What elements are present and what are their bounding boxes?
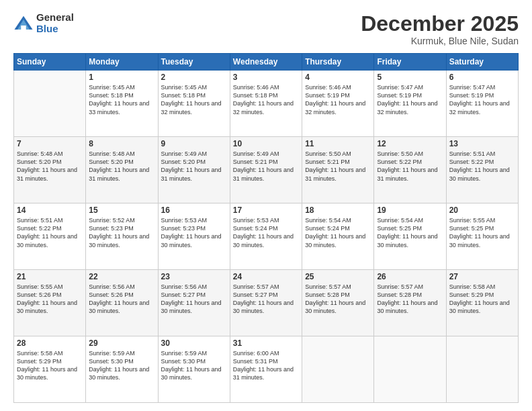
table-row: 8 Sunrise: 5:48 AMSunset: 5:20 PMDayligh…	[86, 137, 158, 203]
table-row: 19 Sunrise: 5:54 AMSunset: 5:25 PMDaylig…	[374, 203, 446, 270]
day-info: Sunrise: 5:59 AMSunset: 5:30 PMDaylight:…	[161, 350, 222, 381]
day-info: Sunrise: 5:51 AMSunset: 5:22 PMDaylight:…	[17, 217, 77, 248]
table-row: 4 Sunrise: 5:46 AMSunset: 5:19 PMDayligh…	[302, 71, 374, 137]
table-row: 24 Sunrise: 5:57 AMSunset: 5:27 PMDaylig…	[230, 270, 302, 336]
day-number: 19	[377, 205, 443, 215]
table-row: 1 Sunrise: 5:45 AMSunset: 5:18 PMDayligh…	[86, 71, 158, 137]
day-number: 9	[161, 139, 227, 148]
day-number: 4	[305, 73, 371, 82]
table-row	[14, 71, 86, 137]
col-friday: Friday	[374, 54, 446, 71]
col-thursday: Thursday	[302, 54, 374, 71]
day-number: 27	[449, 272, 515, 281]
calendar-row: 28 Sunrise: 5:58 AMSunset: 5:29 PMDaylig…	[14, 336, 519, 403]
day-number: 15	[89, 205, 154, 215]
table-row: 25 Sunrise: 5:57 AMSunset: 5:28 PMDaylig…	[302, 270, 374, 336]
logo-general: General	[36, 12, 74, 24]
day-info: Sunrise: 5:51 AMSunset: 5:22 PMDaylight:…	[449, 150, 510, 181]
table-row	[374, 336, 446, 403]
day-info: Sunrise: 5:46 AMSunset: 5:18 PMDaylight:…	[233, 84, 294, 115]
header: General Blue December 2025 Kurmuk, Blue …	[13, 12, 519, 46]
col-wednesday: Wednesday	[230, 54, 302, 71]
day-info: Sunrise: 5:55 AMSunset: 5:26 PMDaylight:…	[17, 283, 77, 314]
day-number: 12	[377, 139, 443, 148]
day-number: 8	[89, 139, 154, 148]
day-number: 17	[233, 205, 299, 215]
table-row: 31 Sunrise: 6:00 AMSunset: 5:31 PMDaylig…	[230, 336, 302, 403]
day-number: 31	[233, 338, 299, 348]
month-title: December 2025	[361, 12, 519, 36]
day-info: Sunrise: 5:50 AMSunset: 5:21 PMDaylight:…	[305, 150, 365, 181]
table-row: 29 Sunrise: 5:59 AMSunset: 5:30 PMDaylig…	[86, 336, 158, 403]
day-info: Sunrise: 5:54 AMSunset: 5:25 PMDaylight:…	[377, 217, 437, 248]
day-number: 26	[377, 272, 443, 281]
calendar-row: 7 Sunrise: 5:48 AMSunset: 5:20 PMDayligh…	[14, 137, 519, 203]
table-row: 27 Sunrise: 5:58 AMSunset: 5:29 PMDaylig…	[446, 270, 518, 336]
table-row	[302, 336, 374, 403]
day-info: Sunrise: 5:57 AMSunset: 5:28 PMDaylight:…	[305, 283, 365, 314]
day-number: 29	[89, 338, 154, 348]
day-number: 21	[17, 272, 83, 281]
svg-rect-2	[21, 26, 26, 30]
table-row: 5 Sunrise: 5:47 AMSunset: 5:19 PMDayligh…	[374, 71, 446, 137]
day-number: 23	[161, 272, 227, 281]
day-info: Sunrise: 5:48 AMSunset: 5:20 PMDaylight:…	[89, 150, 149, 181]
page: General Blue December 2025 Kurmuk, Blue …	[0, 0, 532, 411]
table-row: 6 Sunrise: 5:47 AMSunset: 5:19 PMDayligh…	[446, 71, 518, 137]
day-number: 24	[233, 272, 299, 281]
day-info: Sunrise: 5:48 AMSunset: 5:20 PMDaylight:…	[17, 150, 77, 181]
day-number: 6	[449, 73, 515, 82]
day-info: Sunrise: 5:49 AMSunset: 5:20 PMDaylight:…	[161, 150, 222, 181]
day-number: 30	[161, 338, 227, 348]
day-number: 13	[449, 139, 515, 148]
logo-blue: Blue	[36, 24, 74, 35]
table-row: 26 Sunrise: 5:57 AMSunset: 5:28 PMDaylig…	[374, 270, 446, 336]
day-info: Sunrise: 5:50 AMSunset: 5:22 PMDaylight:…	[377, 150, 437, 181]
table-row: 17 Sunrise: 5:53 AMSunset: 5:24 PMDaylig…	[230, 203, 302, 270]
day-info: Sunrise: 5:53 AMSunset: 5:23 PMDaylight:…	[161, 217, 222, 248]
day-info: Sunrise: 5:58 AMSunset: 5:29 PMDaylight:…	[449, 283, 510, 314]
table-row: 11 Sunrise: 5:50 AMSunset: 5:21 PMDaylig…	[302, 137, 374, 203]
day-info: Sunrise: 5:59 AMSunset: 5:30 PMDaylight:…	[89, 350, 149, 381]
subtitle: Kurmuk, Blue Nile, Sudan	[361, 36, 519, 46]
table-row: 20 Sunrise: 5:55 AMSunset: 5:25 PMDaylig…	[446, 203, 518, 270]
day-number: 16	[161, 205, 227, 215]
logo: General Blue	[13, 12, 74, 34]
day-number: 5	[377, 73, 443, 82]
logo-icon	[13, 13, 34, 34]
calendar-row: 14 Sunrise: 5:51 AMSunset: 5:22 PMDaylig…	[14, 203, 519, 270]
day-info: Sunrise: 5:57 AMSunset: 5:28 PMDaylight:…	[377, 283, 437, 314]
calendar-row: 1 Sunrise: 5:45 AMSunset: 5:18 PMDayligh…	[14, 71, 519, 137]
col-tuesday: Tuesday	[158, 54, 230, 71]
day-number: 3	[233, 73, 299, 82]
day-number: 18	[305, 205, 371, 215]
logo-text: General Blue	[36, 12, 74, 34]
table-row: 21 Sunrise: 5:55 AMSunset: 5:26 PMDaylig…	[14, 270, 86, 336]
table-row: 28 Sunrise: 5:58 AMSunset: 5:29 PMDaylig…	[14, 336, 86, 403]
day-number: 28	[17, 338, 83, 348]
day-info: Sunrise: 5:57 AMSunset: 5:27 PMDaylight:…	[233, 283, 294, 314]
day-number: 11	[305, 139, 371, 148]
day-info: Sunrise: 5:56 AMSunset: 5:26 PMDaylight:…	[89, 283, 149, 314]
calendar-row: 21 Sunrise: 5:55 AMSunset: 5:26 PMDaylig…	[14, 270, 519, 336]
table-row: 9 Sunrise: 5:49 AMSunset: 5:20 PMDayligh…	[158, 137, 230, 203]
table-row: 13 Sunrise: 5:51 AMSunset: 5:22 PMDaylig…	[446, 137, 518, 203]
day-info: Sunrise: 5:55 AMSunset: 5:25 PMDaylight:…	[449, 217, 510, 248]
table-row: 3 Sunrise: 5:46 AMSunset: 5:18 PMDayligh…	[230, 71, 302, 137]
table-row: 15 Sunrise: 5:52 AMSunset: 5:23 PMDaylig…	[86, 203, 158, 270]
header-row: Sunday Monday Tuesday Wednesday Thursday…	[14, 54, 519, 71]
table-row: 12 Sunrise: 5:50 AMSunset: 5:22 PMDaylig…	[374, 137, 446, 203]
day-info: Sunrise: 5:49 AMSunset: 5:21 PMDaylight:…	[233, 150, 294, 181]
day-number: 22	[89, 272, 154, 281]
col-monday: Monday	[86, 54, 158, 71]
day-info: Sunrise: 5:45 AMSunset: 5:18 PMDaylight:…	[161, 84, 222, 115]
table-row: 14 Sunrise: 5:51 AMSunset: 5:22 PMDaylig…	[14, 203, 86, 270]
title-block: December 2025 Kurmuk, Blue Nile, Sudan	[361, 12, 519, 46]
day-info: Sunrise: 5:56 AMSunset: 5:27 PMDaylight:…	[161, 283, 222, 314]
day-number: 20	[449, 205, 515, 215]
day-number: 7	[17, 139, 83, 148]
table-row: 22 Sunrise: 5:56 AMSunset: 5:26 PMDaylig…	[86, 270, 158, 336]
table-row: 30 Sunrise: 5:59 AMSunset: 5:30 PMDaylig…	[158, 336, 230, 403]
day-info: Sunrise: 5:47 AMSunset: 5:19 PMDaylight:…	[377, 84, 437, 115]
col-sunday: Sunday	[14, 54, 86, 71]
